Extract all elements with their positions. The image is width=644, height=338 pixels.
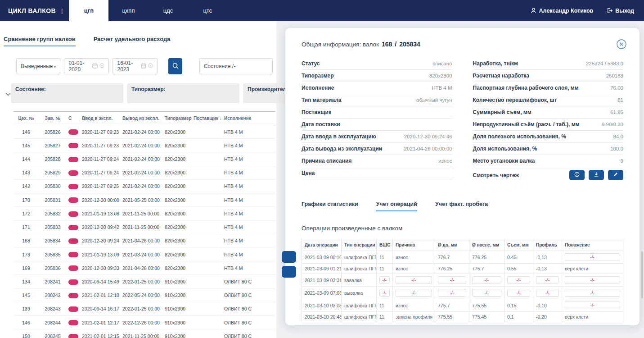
ops-cell: 0.15 <box>504 299 533 312</box>
user-menu[interactable]: Александр Котиков <box>531 8 594 14</box>
empty-value-box[interactable]: -/- <box>472 276 501 284</box>
modal-title: Общая информация: валок 168 / 205834 <box>302 41 623 48</box>
table-row[interactable]: 1692058362020-12-30 09:332021-04-26 00:0… <box>14 261 275 275</box>
table-row[interactable]: 1702058312020-12-30 00:002021-05-25 00:0… <box>14 193 275 207</box>
nav-tab-2[interactable]: цхпп <box>108 0 148 21</box>
condition-filter-select[interactable]: Состояние /- <box>199 58 273 74</box>
ops-row[interactable]: 2021-03-09 03:31завалка-/--/--/--/--/--/… <box>302 274 623 287</box>
empty-value-box[interactable]: -/- <box>396 276 432 284</box>
ops-row[interactable]: 2021-03-10 03:08шлифовка ПГП..11износ775… <box>302 299 623 312</box>
table-row[interactable]: 1462082442021-02-01 12:172022-12-26 00:0… <box>14 316 275 329</box>
ops-cell: 2021-03-09 00:16 <box>302 251 342 264</box>
table-cell <box>67 220 80 234</box>
ops-cell: -0,13 <box>533 251 562 264</box>
table-row[interactable]: 1502082452021-02-01 12:152021-11-25 00:0… <box>14 329 275 338</box>
table-row[interactable]: 1462058262020-11-27 09:232021-02-24 00:0… <box>14 125 275 139</box>
table-row[interactable]: 1422058302020-11-27 09:252021-02-24 00:0… <box>14 179 275 193</box>
table-cell: 2021-11-25 00:00 <box>121 220 163 234</box>
empty-value-box[interactable]: -/- <box>507 276 530 284</box>
nav-tab-1[interactable]: цгп <box>69 0 108 21</box>
empty-value-box[interactable]: -/- <box>565 253 620 261</box>
ops-row[interactable]: 2021-03-09 01:21шлифовка ПГП..11износ776… <box>302 264 623 274</box>
ops-row[interactable]: 2021-03-09 00:16шлифовка ПГП..11износ776… <box>302 251 623 264</box>
edit-button[interactable] <box>608 170 623 180</box>
status-filter-select[interactable]: Выведенные ▾ <box>16 58 60 74</box>
download-button[interactable] <box>589 170 604 180</box>
table-row[interactable]: 1342082412020-09-14 15:492022-01-25 00:0… <box>14 275 275 288</box>
modal-tab-2[interactable]: Учет операций <box>376 201 417 211</box>
empty-value-box[interactable]: -/- <box>565 276 620 284</box>
info-label: Цена <box>302 170 315 176</box>
modal-tab-3[interactable]: Учет факт. пробега <box>435 201 488 211</box>
empty-value-box[interactable]: -/- <box>565 289 620 297</box>
info-label: Место установки валка <box>473 158 535 164</box>
close-modal-button[interactable] <box>616 39 627 50</box>
table-cell: НТВ 4 М <box>222 247 275 261</box>
scrollbar-thumb[interactable] <box>641 251 643 298</box>
table-cell: 910x2300 <box>163 302 192 315</box>
action-button-peek-2[interactable] <box>282 266 296 278</box>
nav-tab-4[interactable]: цтс <box>188 0 227 21</box>
status-badge <box>68 306 78 312</box>
table-cell <box>67 261 80 275</box>
table-cell: ОЛВИТ 80 С <box>222 316 275 329</box>
page-tab-1[interactable]: Сравнение групп валков <box>4 36 76 46</box>
table-row[interactable]: 1732058352021-01-19 13:092021-03-24 00:0… <box>14 247 275 261</box>
table-row[interactable]: 1712058332020-12-30 09:422021-11-25 00:0… <box>14 220 275 234</box>
nav-tab-3[interactable]: цдс <box>148 0 188 21</box>
table-row[interactable]: 1392082432020-09-14 16:172022-01-25 00:0… <box>14 302 275 315</box>
empty-value-box[interactable]: -/- <box>536 276 559 284</box>
date-from-input[interactable]: 01-01-2020 <box>64 58 109 74</box>
table-cell: 205827 <box>39 139 67 152</box>
ops-row[interactable]: 2021-03-09 07:06вывалка-/--/--/--/--/--/… <box>302 287 623 299</box>
empty-value-box[interactable]: -/- <box>396 289 432 297</box>
ops-cell: 776.25 <box>435 264 469 274</box>
table-row[interactable]: 1682058342020-12-30 09:242021-04-26 00:0… <box>14 234 275 247</box>
clear-date-icon[interactable] <box>99 63 104 69</box>
table-cell: 2020-11-27 09:23 <box>80 125 121 139</box>
table-cell: 2021-02-24 00:00 <box>121 166 163 179</box>
table-row[interactable]: 1452058272020-11-27 09:232021-02-24 00:0… <box>14 139 275 152</box>
ops-cell: -/- <box>562 251 623 264</box>
info-row: Доля полезного использования, %84.0 <box>473 131 624 143</box>
empty-value-box[interactable]: -/- <box>438 276 466 284</box>
table-cell: 820x2300 <box>163 179 192 193</box>
empty-value-box[interactable]: -/- <box>472 289 501 297</box>
ops-cell: -/- <box>533 287 562 299</box>
page-tab-2[interactable]: Расчет удельного расхода <box>94 36 171 46</box>
table-row[interactable]: 1432058292020-11-27 09:242021-02-24 00:0… <box>14 166 275 179</box>
table-row[interactable]: 1722058322021-01-19 13:082021-11-25 00:0… <box>14 207 275 220</box>
table-cell <box>67 288 80 302</box>
info-label: Тип материала <box>302 97 341 103</box>
rolls-column-header[interactable]: Поставщик ↓ <box>192 112 222 125</box>
empty-value-box[interactable]: -/- <box>536 289 559 297</box>
ops-cell: 2021-03-09 03:31 <box>302 274 342 287</box>
empty-value-box[interactable]: -/- <box>565 301 620 309</box>
info-row: Дата вывода из эксплуатации2021-04-26 00… <box>302 143 452 155</box>
title-separator: / <box>395 41 396 48</box>
empty-value-box[interactable]: -/- <box>379 289 390 297</box>
logout-button[interactable]: Выход <box>607 8 634 14</box>
table-row[interactable]: 1452082422021-02-01 12:182022-05-24 00:0… <box>14 288 275 302</box>
table-cell: 2021-02-24 00:00 <box>121 179 163 193</box>
action-button-peek-1[interactable] <box>282 251 296 263</box>
filter-group-box-2[interactable]: Типоразмер: <box>127 83 239 103</box>
empty-value-box[interactable]: -/- <box>438 289 466 297</box>
info-button[interactable] <box>569 170 585 180</box>
table-cell <box>67 302 80 315</box>
ops-row[interactable]: 2021-03-10 20:48шлифовка ПГП..11замена п… <box>302 312 623 322</box>
close-icon <box>616 44 627 51</box>
search-button[interactable] <box>168 58 182 74</box>
clear-date-icon[interactable] <box>148 63 153 69</box>
table-cell: 2020-11-27 09:24 <box>80 152 121 166</box>
empty-value-box[interactable]: -/- <box>507 289 530 297</box>
collapse-filters-button[interactable] <box>5 83 11 98</box>
table-row[interactable]: 1442058282020-11-27 09:242021-02-24 00:0… <box>14 152 275 166</box>
date-to-input[interactable]: 16-01-2023 <box>113 58 158 74</box>
nav-tabs: цгпцхппцдсцтс <box>69 0 227 21</box>
modal-tab-1[interactable]: Графики статистики <box>302 201 358 211</box>
filter-group-box-1[interactable]: Состояние: <box>11 83 123 103</box>
table-cell <box>192 288 222 302</box>
info-label: Паспортная глубина рабочего слоя, мм <box>473 85 579 91</box>
empty-value-box[interactable]: -/- <box>379 276 390 284</box>
